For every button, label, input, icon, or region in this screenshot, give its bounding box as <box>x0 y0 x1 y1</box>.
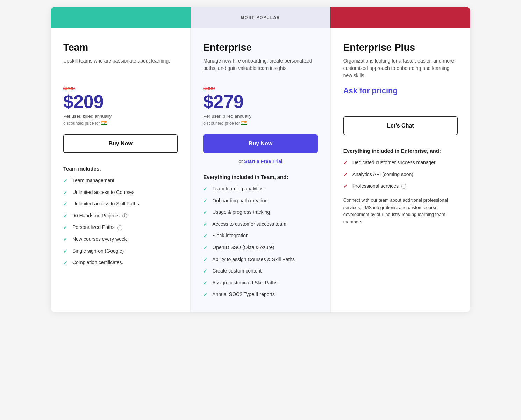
top-bar: MOST POPULAR <box>51 7 470 28</box>
list-item: ✓ Personalized Paths i <box>63 224 178 231</box>
check-icon: ✓ <box>63 260 69 265</box>
feature-text: New courses every week <box>72 236 127 243</box>
check-icon: ✓ <box>203 268 209 274</box>
feature-text: Unlimited access to Skill Paths <box>72 201 139 208</box>
feature-text: Usage & progress tracking <box>212 209 270 216</box>
plan-enterprise-current-price: $279 <box>203 93 317 111</box>
list-item: ✓ Team management <box>63 177 178 184</box>
list-item: ✓ New courses every week <box>63 236 178 243</box>
free-trial-link-container: or Start a Free Trial <box>203 159 317 164</box>
ask-pricing-link[interactable]: Ask for pricing <box>343 86 458 95</box>
plan-team-includes-title: Team includes: <box>63 166 178 172</box>
plan-team-original-price: $299 <box>63 85 178 91</box>
check-icon: ✓ <box>203 198 209 203</box>
free-trial-prefix: or <box>238 159 244 164</box>
plan-enterprise-plus-desc: Organizations looking for a faster, easi… <box>343 57 458 79</box>
feature-text: Professional services i <box>352 183 406 190</box>
feature-text: Slack integration <box>212 232 249 239</box>
plan-team-cta-button[interactable]: Buy Now <box>63 134 178 153</box>
plan-enterprise-includes-title: Everything included in Team, and: <box>203 174 317 180</box>
feature-text: Unlimited access to Courses <box>72 189 134 196</box>
list-item: ✓ Access to customer success team <box>203 221 317 228</box>
feature-text: Completion certificates. <box>72 259 123 266</box>
check-icon: ✓ <box>203 186 209 191</box>
feature-text: Team learning analytics <box>212 186 263 193</box>
plans-container: Team Upskill teams who are passionate ab… <box>51 28 470 312</box>
feature-text: Onboarding path creation <box>212 197 267 204</box>
pricing-wrapper: MOST POPULAR Team Upskill teams who are … <box>51 7 470 312</box>
feature-text: 90 Hands-on Projects i <box>72 212 127 219</box>
list-item: ✓ OpenID SSO (Okta & Azure) <box>203 244 317 251</box>
plan-enterprise-plus-name: Enterprise Plus <box>343 42 458 53</box>
info-icon[interactable]: i <box>117 225 122 230</box>
feature-text: OpenID SSO (Okta & Azure) <box>212 244 274 251</box>
list-item: ✓ Professional services i <box>343 183 458 190</box>
check-icon: ✓ <box>63 213 69 218</box>
list-item: ✓ Completion certificates. <box>63 259 178 266</box>
plan-enterprise-plus: Enterprise Plus Organizations looking fo… <box>331 28 470 312</box>
plan-enterprise-plus-cta-button[interactable]: Let's Chat <box>343 116 458 135</box>
check-icon: ✓ <box>63 201 69 207</box>
top-bar-left-accent <box>51 7 191 28</box>
check-icon: ✓ <box>343 160 349 165</box>
plan-enterprise-plus-includes-title: Everything included in Enterprise, and: <box>343 148 458 154</box>
list-item: ✓ Annual SOC2 Type II reports <box>203 291 317 298</box>
plan-team-name: Team <box>63 42 178 53</box>
plan-team-current-price: $209 <box>63 93 178 111</box>
check-icon: ✓ <box>203 221 209 227</box>
plan-team-desc: Upskill teams who are passionate about l… <box>63 57 178 78</box>
plan-enterprise-discount-note: discounted price for 🇮🇳 <box>203 120 317 126</box>
info-icon[interactable]: i <box>401 184 406 189</box>
check-icon: ✓ <box>203 233 209 238</box>
check-icon: ✓ <box>63 224 69 230</box>
free-trial-link[interactable]: Start a Free Trial <box>244 159 283 164</box>
feature-text: Analytics API (coming soon) <box>352 171 413 178</box>
list-item: ✓ Team learning analytics <box>203 186 317 193</box>
plan-enterprise-plus-feature-list: ✓ Dedicated customer success manager ✓ A… <box>343 159 458 190</box>
list-item: ✓ Unlimited access to Courses <box>63 189 178 196</box>
feature-text: Annual SOC2 Type II reports <box>212 291 275 298</box>
plan-enterprise-name: Enterprise <box>203 42 317 53</box>
feature-text: Team management <box>72 177 114 184</box>
list-item: ✓ Slack integration <box>203 232 317 239</box>
plan-enterprise-cta-button[interactable]: Buy Now <box>203 134 317 153</box>
check-icon: ✓ <box>203 256 209 262</box>
list-item: ✓ Usage & progress tracking <box>203 209 317 216</box>
check-icon: ✓ <box>203 209 209 215</box>
enterprise-plus-extra-note: Connect with our team about additional p… <box>343 197 458 226</box>
top-bar-center-banner: MOST POPULAR <box>191 7 330 28</box>
list-item: ✓ Dedicated customer success manager <box>343 159 458 166</box>
list-item: ✓ Single sign-on (Google) <box>63 248 178 255</box>
check-icon: ✓ <box>63 178 69 183</box>
plan-team-price-note: Per user, billed annually <box>63 114 178 119</box>
plan-enterprise-original-price: $399 <box>203 85 317 91</box>
feature-text: Ability to assign Courses & Skill Paths <box>212 256 295 263</box>
feature-text: Access to customer success team <box>212 221 286 228</box>
plan-enterprise: Enterprise Manage new hire onboarding, c… <box>191 28 330 312</box>
check-icon: ✓ <box>63 189 69 195</box>
check-icon: ✓ <box>63 248 69 254</box>
feature-text: Dedicated customer success manager <box>352 159 436 166</box>
check-icon: ✓ <box>203 245 209 250</box>
list-item: ✓ Create custom content <box>203 268 317 275</box>
list-item: ✓ 90 Hands-on Projects i <box>63 212 178 219</box>
check-icon: ✓ <box>343 183 349 189</box>
check-icon: ✓ <box>63 236 69 242</box>
plan-enterprise-price-note: Per user, billed annually <box>203 114 317 119</box>
check-icon: ✓ <box>343 172 349 177</box>
plan-enterprise-desc: Manage new hire onboarding, create perso… <box>203 57 317 78</box>
plan-team-feature-list: ✓ Team management ✓ Unlimited access to … <box>63 177 178 266</box>
list-item: ✓ Ability to assign Courses & Skill Path… <box>203 256 317 263</box>
feature-text: Single sign-on (Google) <box>72 248 124 255</box>
top-bar-right-accent <box>330 7 470 28</box>
list-item: ✓ Onboarding path creation <box>203 197 317 204</box>
list-item: ✓ Assign customized Skill Paths <box>203 280 317 287</box>
info-icon[interactable]: i <box>122 213 127 218</box>
list-item: ✓ Analytics API (coming soon) <box>343 171 458 178</box>
check-icon: ✓ <box>203 280 209 285</box>
plan-enterprise-feature-list: ✓ Team learning analytics ✓ Onboarding p… <box>203 186 317 298</box>
most-popular-label: MOST POPULAR <box>241 15 280 20</box>
feature-text: Create custom content <box>212 268 262 275</box>
plan-team: Team Upskill teams who are passionate ab… <box>51 28 191 312</box>
feature-text: Assign customized Skill Paths <box>212 280 277 287</box>
